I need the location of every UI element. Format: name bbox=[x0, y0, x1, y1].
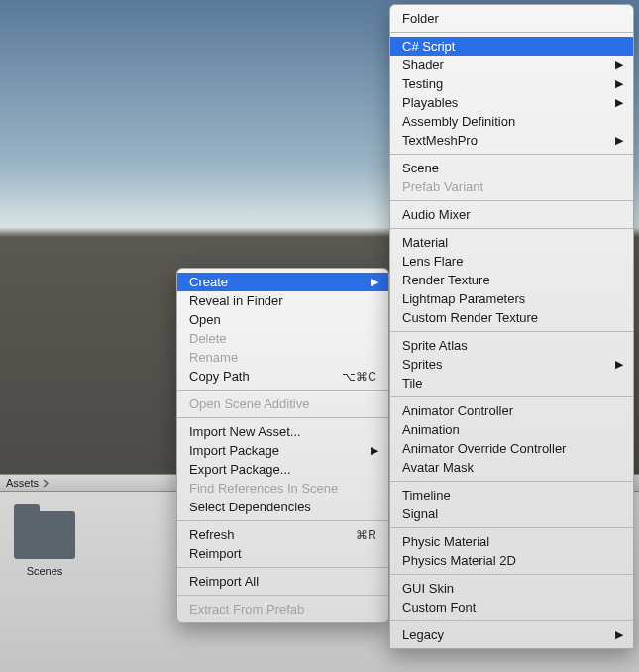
menu-item-refresh[interactable]: Refresh⌘R bbox=[177, 525, 388, 544]
menu-item-signal[interactable]: Signal bbox=[390, 504, 633, 523]
menu-item-extract-from-prefab: Extract From Prefab bbox=[177, 600, 388, 618]
chevron-right-icon bbox=[43, 479, 50, 488]
menu-item-physic-material[interactable]: Physic Material bbox=[390, 532, 633, 551]
menu-item-label: Render Texture bbox=[402, 273, 490, 287]
menu-item-label: Open bbox=[189, 312, 221, 327]
menu-item-c-script[interactable]: C# Script bbox=[390, 37, 633, 56]
menu-item-label: Refresh bbox=[189, 527, 235, 542]
menu-separator bbox=[390, 228, 633, 229]
menu-item-assembly-definition[interactable]: Assembly Definition bbox=[390, 112, 633, 131]
menu-item-import-package[interactable]: Import Package▶ bbox=[177, 441, 388, 460]
menu-item-label: Select Dependencies bbox=[189, 500, 311, 514]
menu-separator bbox=[177, 567, 388, 568]
menu-item-label: Open Scene Additive bbox=[189, 396, 309, 411]
menu-separator bbox=[177, 417, 388, 418]
menu-item-label: Sprites bbox=[402, 357, 442, 372]
menu-item-timeline[interactable]: Timeline bbox=[390, 486, 633, 504]
menu-item-reveal-in-finder[interactable]: Reveal in Finder bbox=[177, 291, 388, 310]
menu-item-animator-override-controller[interactable]: Animator Override Controller bbox=[390, 439, 633, 458]
menu-item-avatar-mask[interactable]: Avatar Mask bbox=[390, 458, 633, 477]
menu-item-label: Folder bbox=[402, 11, 439, 26]
menu-item-label: Custom Font bbox=[402, 600, 476, 615]
menu-item-delete: Delete bbox=[177, 329, 388, 348]
menu-item-label: Delete bbox=[189, 331, 227, 346]
menu-item-animation[interactable]: Animation bbox=[390, 420, 633, 439]
menu-item-select-dependencies[interactable]: Select Dependencies bbox=[177, 498, 388, 516]
menu-item-tile[interactable]: Tile bbox=[390, 374, 633, 392]
menu-item-label: Reveal in Finder bbox=[189, 293, 283, 308]
menu-separator bbox=[177, 595, 388, 596]
menu-item-prefab-variant: Prefab Variant bbox=[390, 177, 633, 196]
menu-item-label: Avatar Mask bbox=[402, 460, 474, 475]
menu-item-create[interactable]: Create▶ bbox=[177, 273, 388, 291]
menu-item-label: Extract From Prefab bbox=[189, 602, 304, 616]
menu-item-label: Custom Render Texture bbox=[402, 310, 538, 325]
menu-item-label: Timeline bbox=[402, 488, 451, 503]
chevron-right-icon: ▶ bbox=[615, 58, 623, 71]
menu-item-open[interactable]: Open bbox=[177, 310, 388, 329]
menu-item-label: Animation bbox=[402, 422, 460, 437]
menu-separator bbox=[390, 396, 633, 397]
menu-item-label: GUI Skin bbox=[402, 581, 454, 596]
menu-item-label: Shader bbox=[402, 57, 444, 72]
menu-item-label: Reimport bbox=[189, 546, 242, 561]
menu-item-reimport[interactable]: Reimport bbox=[177, 544, 388, 563]
menu-item-custom-render-texture[interactable]: Custom Render Texture bbox=[390, 308, 633, 327]
menu-item-label: Testing bbox=[402, 76, 443, 91]
menu-item-render-texture[interactable]: Render Texture bbox=[390, 271, 633, 289]
menu-item-label: Animator Controller bbox=[402, 403, 513, 418]
menu-item-label: Playables bbox=[402, 95, 458, 110]
menu-separator bbox=[390, 32, 633, 33]
create-submenu: FolderC# ScriptShader▶Testing▶Playables▶… bbox=[389, 4, 634, 649]
menu-item-animator-controller[interactable]: Animator Controller bbox=[390, 401, 633, 420]
menu-item-label: Animator Override Controller bbox=[402, 441, 566, 456]
menu-item-rename: Rename bbox=[177, 348, 388, 367]
menu-separator bbox=[390, 331, 633, 332]
menu-item-copy-path[interactable]: Copy Path⌥⌘C bbox=[177, 367, 388, 386]
menu-item-reimport-all[interactable]: Reimport All bbox=[177, 572, 388, 591]
folder-icon bbox=[14, 511, 75, 559]
menu-item-custom-font[interactable]: Custom Font bbox=[390, 598, 633, 616]
menu-item-legacy[interactable]: Legacy▶ bbox=[390, 625, 633, 644]
menu-separator bbox=[390, 200, 633, 201]
menu-item-lens-flare[interactable]: Lens Flare bbox=[390, 252, 633, 271]
menu-item-find-references-in-scene: Find References In Scene bbox=[177, 479, 388, 498]
chevron-right-icon: ▶ bbox=[615, 77, 623, 90]
breadcrumb[interactable]: Assets bbox=[6, 477, 50, 489]
menu-item-label: Export Package... bbox=[189, 462, 291, 477]
menu-item-physics-material-2d[interactable]: Physics Material 2D bbox=[390, 551, 633, 570]
menu-item-label: Legacy bbox=[402, 627, 444, 642]
chevron-right-icon: ▶ bbox=[615, 628, 623, 641]
menu-item-scene[interactable]: Scene bbox=[390, 159, 633, 177]
menu-item-label: Signal bbox=[402, 506, 438, 521]
menu-item-gui-skin[interactable]: GUI Skin bbox=[390, 579, 633, 598]
menu-item-label: Import New Asset... bbox=[189, 424, 301, 439]
breadcrumb-label: Assets bbox=[6, 477, 39, 489]
menu-item-shader[interactable]: Shader▶ bbox=[390, 56, 633, 74]
menu-item-textmeshpro[interactable]: TextMeshPro▶ bbox=[390, 131, 633, 150]
menu-shortcut: ⌥⌘C bbox=[342, 370, 376, 384]
menu-item-import-new-asset[interactable]: Import New Asset... bbox=[177, 422, 388, 441]
menu-item-label: Rename bbox=[189, 350, 238, 365]
menu-separator bbox=[390, 154, 633, 155]
menu-item-export-package[interactable]: Export Package... bbox=[177, 460, 388, 479]
menu-item-label: Reimport All bbox=[189, 574, 259, 589]
menu-item-material[interactable]: Material bbox=[390, 233, 633, 252]
menu-item-testing[interactable]: Testing▶ bbox=[390, 74, 633, 93]
menu-shortcut: ⌘R bbox=[356, 528, 376, 542]
menu-item-sprite-atlas[interactable]: Sprite Atlas bbox=[390, 336, 633, 355]
folder-item-scenes[interactable]: Scenes bbox=[14, 511, 75, 577]
menu-item-label: Lens Flare bbox=[402, 254, 463, 269]
menu-item-sprites[interactable]: Sprites▶ bbox=[390, 355, 633, 374]
menu-item-label: Create bbox=[189, 275, 228, 289]
chevron-right-icon: ▶ bbox=[615, 134, 623, 147]
menu-separator bbox=[177, 390, 388, 391]
menu-separator bbox=[390, 620, 633, 621]
menu-item-lightmap-parameters[interactable]: Lightmap Parameters bbox=[390, 289, 633, 308]
chevron-right-icon: ▶ bbox=[615, 358, 623, 371]
menu-item-playables[interactable]: Playables▶ bbox=[390, 93, 633, 112]
menu-item-label: Physic Material bbox=[402, 534, 489, 549]
menu-item-label: Physics Material 2D bbox=[402, 553, 516, 568]
menu-item-audio-mixer[interactable]: Audio Mixer bbox=[390, 205, 633, 224]
menu-item-folder[interactable]: Folder bbox=[390, 9, 633, 28]
